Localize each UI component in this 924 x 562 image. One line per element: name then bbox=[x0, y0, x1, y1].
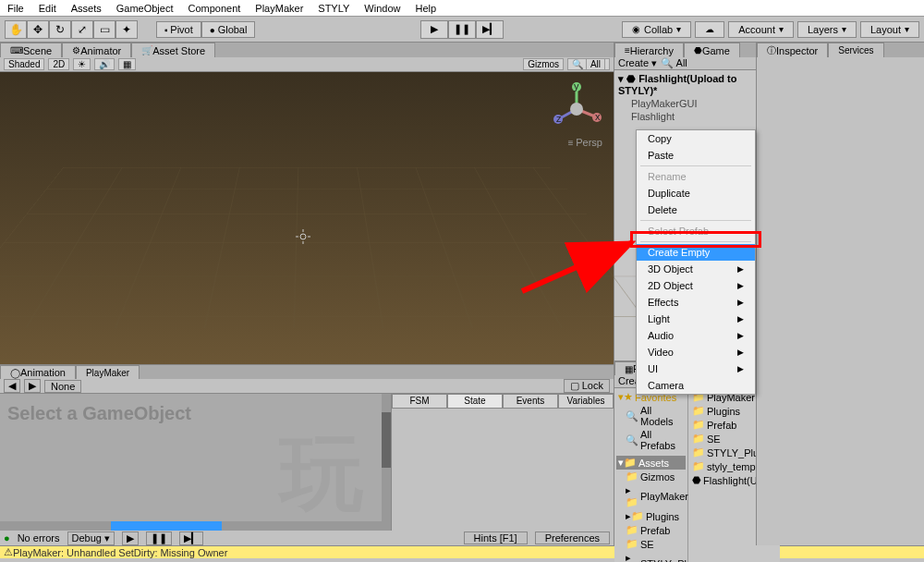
pm-forward-button[interactable]: ▶ bbox=[24, 379, 41, 393]
context-delete[interactable]: Delete bbox=[637, 202, 755, 218]
pm-lock-toggle[interactable]: ▢ Lock bbox=[564, 379, 610, 393]
playmaker-panel: ◀ ▶ None ▢ Lock Select a GameObject 玩 bbox=[0, 379, 614, 545]
2d-toggle[interactable]: 2D bbox=[48, 58, 69, 70]
context-video[interactable]: Video▶ bbox=[637, 344, 755, 360]
context-3d-object[interactable]: 3D Object▶ bbox=[637, 261, 755, 277]
folder-prefab[interactable]: 📁 Prefab bbox=[616, 523, 686, 537]
menu-playmaker[interactable]: PlayMaker bbox=[251, 3, 307, 14]
gizmos-dropdown[interactable]: Gizmos bbox=[523, 58, 564, 70]
shading-mode-dropdown[interactable]: Shaded bbox=[4, 58, 44, 70]
playmaker-footer: ● No errors Debug ▾ ▶ ❚❚ ▶▎ Hints [F1] P… bbox=[0, 531, 614, 545]
context-rename: Rename bbox=[637, 168, 755, 185]
svg-text:y: y bbox=[574, 81, 579, 92]
menu-component[interactable]: Component bbox=[184, 3, 244, 14]
step-button[interactable]: ▶▎ bbox=[476, 20, 504, 39]
tab-services[interactable]: Services bbox=[828, 43, 883, 57]
scale-tool-button[interactable]: ⤢ bbox=[71, 20, 93, 39]
main-toolbar: ✋ ✥ ↻ ⤢ ▭ ✦ ▪ Pivot ● Global ▶ ❚❚ ▶▎ ◉ C… bbox=[0, 17, 924, 43]
pm-events-tab[interactable]: Events bbox=[503, 394, 558, 409]
all-models-filter[interactable]: 🔍 All Models bbox=[616, 404, 686, 428]
folder-se[interactable]: 📁 SE bbox=[616, 537, 686, 551]
pm-state-tab[interactable]: State bbox=[447, 394, 503, 409]
tab-game[interactable]: ⬣ Game bbox=[684, 43, 740, 57]
menu-edit[interactable]: Edit bbox=[35, 3, 60, 14]
pm-scrollbar-v[interactable] bbox=[382, 394, 391, 521]
hierarchy-search-input[interactable]: 🔍 All bbox=[661, 57, 687, 69]
context-ui[interactable]: UI▶ bbox=[637, 360, 755, 377]
pivot-button[interactable]: ▪ Pivot bbox=[156, 21, 201, 38]
context-duplicate[interactable]: Duplicate bbox=[637, 185, 755, 202]
menu-styly[interactable]: STYLY bbox=[314, 3, 353, 14]
playmaker-canvas[interactable]: Select a GameObject 玩 bbox=[0, 394, 392, 531]
context-camera[interactable]: Camera bbox=[637, 377, 755, 394]
transform-tool-button[interactable]: ✦ bbox=[116, 20, 138, 39]
scene-viewport[interactable]: y x z ≡ Persp bbox=[0, 72, 614, 364]
tab-assetstore[interactable]: 🛒 Asset Store bbox=[131, 43, 215, 57]
tab-animation[interactable]: ◯ Animation bbox=[0, 365, 76, 379]
fx-toggle[interactable]: ▦ bbox=[118, 58, 136, 70]
menu-window[interactable]: Window bbox=[360, 3, 404, 14]
pm-variables-tab[interactable]: Variables bbox=[558, 394, 614, 409]
pm-play-button[interactable]: ▶ bbox=[122, 531, 139, 545]
all-prefabs-filter[interactable]: 🔍 All Prefabs bbox=[616, 428, 686, 452]
chevron-right-icon: ▶ bbox=[737, 314, 744, 324]
rotate-tool-button[interactable]: ↻ bbox=[49, 20, 71, 39]
chevron-right-icon: ▶ bbox=[737, 264, 744, 274]
hierarchy-create-dropdown[interactable]: Create ▾ bbox=[618, 57, 657, 69]
hand-tool-button[interactable]: ✋ bbox=[5, 20, 27, 39]
move-tool-button[interactable]: ✥ bbox=[27, 20, 49, 39]
context-light[interactable]: Light▶ bbox=[637, 311, 755, 327]
global-button[interactable]: ● Global bbox=[201, 21, 256, 38]
tab-scene[interactable]: ⌨ Scene bbox=[0, 43, 62, 57]
pm-debug-dropdown[interactable]: Debug ▾ bbox=[67, 531, 115, 545]
hierarchy-item-flashlight[interactable]: Flashlight bbox=[616, 110, 754, 123]
tab-animator[interactable]: ⚙ Animator bbox=[62, 43, 131, 57]
hierarchy-header: Create ▾ 🔍 All bbox=[614, 57, 756, 70]
pm-scrollbar-h[interactable] bbox=[0, 521, 391, 531]
tab-playmaker[interactable]: PlayMaker bbox=[76, 365, 140, 379]
cloud-button[interactable]: ☁ bbox=[695, 21, 724, 38]
account-dropdown[interactable]: Account ▾ bbox=[728, 21, 794, 38]
folder-plugins[interactable]: ▸📁 Plugins bbox=[616, 509, 686, 523]
chevron-right-icon: ▶ bbox=[737, 348, 744, 357]
assets-root[interactable]: ▾📁 Assets bbox=[616, 456, 686, 470]
layout-dropdown[interactable]: Layout ▾ bbox=[860, 21, 919, 38]
menu-file[interactable]: File bbox=[4, 3, 28, 14]
context-create-empty[interactable]: Create Empty bbox=[637, 244, 755, 261]
audio-toggle[interactable]: 🔊 bbox=[94, 58, 115, 70]
tab-inspector[interactable]: ⓘ Inspector bbox=[757, 43, 828, 57]
playmaker-watermark-icon: 玩 bbox=[280, 418, 363, 531]
pm-step-button[interactable]: ▶▎ bbox=[179, 531, 203, 545]
pause-button[interactable]: ❚❚ bbox=[448, 20, 476, 39]
tab-hierarchy[interactable]: ≡ Hierarchy bbox=[614, 43, 684, 57]
search-scene-input[interactable]: 🔍 All bbox=[567, 58, 610, 70]
pm-pause-button[interactable]: ❚❚ bbox=[146, 531, 172, 545]
hierarchy-scene-root[interactable]: ▾ ⬣ Flashlight(Upload to STYLY)* bbox=[616, 72, 754, 97]
context-audio[interactable]: Audio▶ bbox=[637, 327, 755, 344]
lighting-toggle[interactable]: ☀ bbox=[73, 58, 91, 70]
project-folder-tree[interactable]: ▾★ Favorites 🔍 All Models 🔍 All Prefabs … bbox=[614, 388, 688, 562]
warning-icon: ⚠ bbox=[4, 546, 13, 558]
bottom-tab-bar: ◯ Animation PlayMaker bbox=[0, 364, 614, 379]
play-button[interactable]: ▶ bbox=[420, 20, 448, 39]
folder-gizmos[interactable]: 📁 Gizmos bbox=[616, 470, 686, 483]
pm-back-button[interactable]: ◀ bbox=[4, 379, 20, 393]
pm-hints-button[interactable]: Hints [F1] bbox=[464, 531, 528, 544]
context-paste[interactable]: Paste bbox=[637, 147, 755, 164]
pm-fsm-tab[interactable]: FSM bbox=[392, 394, 447, 409]
menu-gameobject[interactable]: GameObject bbox=[113, 3, 177, 14]
layers-dropdown[interactable]: Layers ▾ bbox=[797, 21, 857, 38]
folder-styly-plugin[interactable]: ▸📁 STYLY_Plugin bbox=[616, 551, 686, 562]
folder-playmaker[interactable]: ▸📁 PlayMaker bbox=[616, 483, 686, 509]
context-effects[interactable]: Effects▶ bbox=[637, 294, 755, 311]
collab-dropdown[interactable]: ◉ Collab ▾ bbox=[622, 21, 691, 38]
pm-fsm-select[interactable]: None bbox=[44, 380, 81, 393]
context-copy[interactable]: Copy bbox=[637, 130, 755, 147]
hierarchy-item-playmakergui[interactable]: PlayMakerGUI bbox=[616, 97, 754, 110]
menu-help[interactable]: Help bbox=[411, 3, 440, 14]
context-2d-object[interactable]: 2D Object▶ bbox=[637, 277, 755, 294]
pm-preferences-button[interactable]: Preferences bbox=[535, 531, 610, 544]
svg-text:x: x bbox=[595, 111, 601, 122]
menu-assets[interactable]: Assets bbox=[67, 3, 105, 14]
rect-tool-button[interactable]: ▭ bbox=[93, 20, 116, 39]
